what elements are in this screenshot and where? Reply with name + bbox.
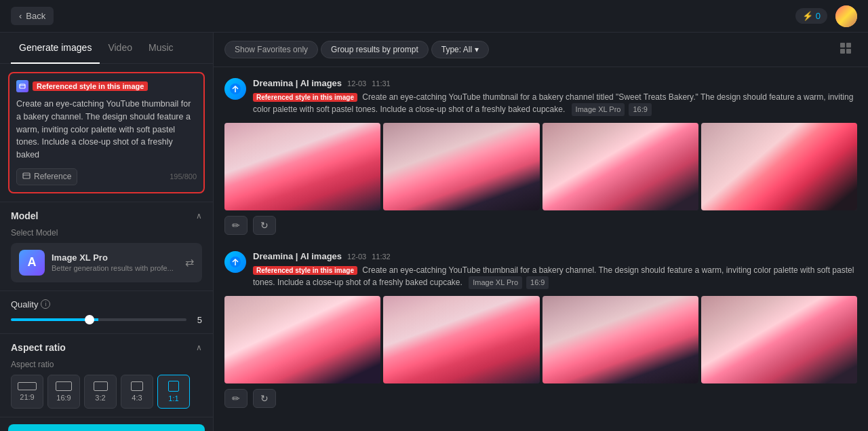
cupcake-image-2-2	[383, 296, 539, 384]
credits-count: 0	[816, 11, 821, 21]
reference-label: Reference	[34, 172, 71, 181]
model-section: Model ∧ Select Model A Image XL Pro Bett…	[0, 202, 213, 291]
aspect-label-21-9: 21:9	[20, 393, 34, 401]
aspect-ratio-section: Aspect ratio ∧ Aspect ratio 21:9 16:9 3:…	[0, 333, 213, 417]
content-area: Dreamina | AI images 12-03 11:31 Referen…	[214, 67, 868, 431]
image-cell-1-3[interactable]	[542, 123, 698, 211]
group-header-2: Dreamina | AI images 12-03 11:32 Referen…	[224, 251, 857, 289]
image-grid-1	[224, 123, 857, 211]
aspect-btn-16-9[interactable]: 16:9	[47, 375, 80, 409]
cupcake-image-2-4	[701, 296, 857, 384]
avatar[interactable]	[835, 5, 857, 27]
ref-tag-2: Referenced style in this image	[253, 266, 357, 275]
edit-button-2[interactable]: ✏	[224, 389, 248, 408]
svg-rect-2	[23, 173, 30, 179]
group-date-2: 12-03	[347, 252, 366, 261]
aspect-shape-3-2	[94, 381, 108, 391]
quality-label: Quality	[11, 299, 38, 310]
aspect-label-4-3: 4:3	[132, 394, 142, 402]
quality-value: 5	[197, 315, 202, 325]
group-title-row-1: Dreamina | AI images 12-03 11:31	[253, 78, 857, 88]
group-tags-2: Image XL Pro 16:9	[469, 276, 549, 289]
image-cell-2-1[interactable]	[224, 296, 380, 384]
model-swap-icon[interactable]: ⇄	[185, 256, 194, 269]
aspect-shape-16-9	[56, 381, 72, 391]
svg-rect-7	[846, 49, 851, 54]
slider-row: 5	[11, 315, 202, 325]
refresh-button-1[interactable]: ↻	[253, 216, 276, 235]
reference-icon	[22, 172, 31, 182]
result-group-1: Dreamina | AI images 12-03 11:31 Referen…	[224, 78, 857, 235]
prompt-footer: Reference 195/800	[16, 168, 197, 185]
model-card[interactable]: A Image XL Pro Better generation results…	[11, 243, 202, 282]
image-cell-2-2[interactable]	[383, 296, 539, 384]
group-title-2: Dreamina | AI images	[253, 251, 342, 261]
group-date-1: 12-03	[347, 79, 366, 88]
quality-row: Quality i	[11, 299, 202, 310]
prompt-text[interactable]: Create an eye-catching YouTube thumbnail…	[16, 98, 197, 162]
group-avatar-1	[224, 78, 246, 100]
aspect-label-1-1: 1:1	[168, 394, 178, 402]
cupcake-image-2-1	[224, 296, 380, 384]
quality-slider[interactable]	[11, 318, 186, 321]
ratio-tag-2: 16:9	[526, 276, 549, 289]
credits-badge: ⚡ 0	[795, 8, 827, 24]
credits-icon: ⚡	[802, 11, 813, 21]
aspect-btn-3-2[interactable]: 3:2	[84, 375, 117, 409]
image-cell-1-1[interactable]	[224, 123, 380, 211]
group-tags-1: Image XL Pro 16:9	[572, 103, 652, 116]
image-cell-2-3[interactable]	[542, 296, 698, 384]
edit-button-1[interactable]: ✏	[224, 216, 248, 235]
topbar-right: ⚡ 0	[795, 5, 857, 27]
type-filter-button[interactable]: Type: All ▾	[431, 41, 489, 58]
cupcake-image-1-2	[383, 123, 539, 211]
reference-button[interactable]: Reference	[16, 168, 77, 185]
aspect-label-3-2: 3:2	[95, 394, 105, 402]
model-description: Better generation results with profe...	[52, 264, 178, 272]
prompt-box: Referenced style in this image Create an…	[8, 72, 205, 193]
back-button[interactable]: ‹ Back	[11, 7, 54, 25]
group-actions-2: ✏ ↻	[224, 389, 857, 408]
type-chevron-icon: ▾	[475, 45, 479, 54]
group-results-button[interactable]: Group results by prompt	[321, 41, 429, 58]
group-meta-2: Dreamina | AI images 12-03 11:32 Referen…	[253, 251, 857, 289]
group-actions-1: ✏ ↻	[224, 216, 857, 235]
tab-video[interactable]: Video	[100, 33, 140, 64]
show-favorites-button[interactable]: Show Favorites only	[224, 41, 318, 58]
back-arrow-icon: ‹	[19, 11, 22, 21]
image-grid-2	[224, 296, 857, 384]
left-panel: Generate images Video Music Referenced s…	[0, 33, 214, 431]
image-cell-1-2[interactable]	[383, 123, 539, 211]
tab-music[interactable]: Music	[140, 33, 182, 64]
prompt-header: Referenced style in this image	[16, 80, 197, 92]
group-prompt-2: Referenced style in this image Create an…	[253, 264, 857, 289]
generate-button[interactable]: ⚡ Generate ⚡ 0 Try free	[8, 424, 205, 431]
cupcake-image-2-3	[542, 296, 698, 384]
aspect-shape-4-3	[131, 381, 143, 391]
image-cell-2-4[interactable]	[701, 296, 857, 384]
aspect-btn-4-3[interactable]: 4:3	[121, 375, 153, 409]
generate-bar: ⚡ Generate ⚡ 0 Try free	[0, 417, 213, 431]
refresh-button-2[interactable]: ↻	[253, 389, 276, 408]
tab-generate-images[interactable]: Generate images	[11, 33, 100, 64]
quality-label-row: Quality i	[11, 299, 50, 310]
grid-view-button[interactable]	[834, 39, 857, 60]
quality-section: Quality i 5	[0, 291, 213, 333]
model-section-title: Model	[11, 210, 38, 221]
prompt-section: Referenced style in this image Create an…	[0, 64, 213, 202]
aspect-btn-21-9[interactable]: 21:9	[11, 375, 43, 409]
image-cell-1-4[interactable]	[701, 123, 857, 211]
cupcake-image-1-1	[224, 123, 380, 211]
ref-icon	[16, 80, 28, 92]
svg-rect-5	[846, 43, 851, 48]
svg-rect-0	[20, 84, 25, 88]
group-header-1: Dreamina | AI images 12-03 11:31 Referen…	[224, 78, 857, 116]
aspect-ratio-title: Aspect ratio	[11, 342, 66, 353]
prompt-badge: Referenced style in this image	[33, 81, 148, 91]
aspect-shape-1-1	[168, 381, 179, 392]
aspect-btn-1-1[interactable]: 1:1	[157, 375, 190, 409]
group-avatar-2	[224, 251, 246, 273]
model-name: Image XL Pro	[52, 252, 178, 263]
group-title-row-2: Dreamina | AI images 12-03 11:32	[253, 251, 857, 261]
quality-info-icon[interactable]: i	[41, 299, 50, 309]
